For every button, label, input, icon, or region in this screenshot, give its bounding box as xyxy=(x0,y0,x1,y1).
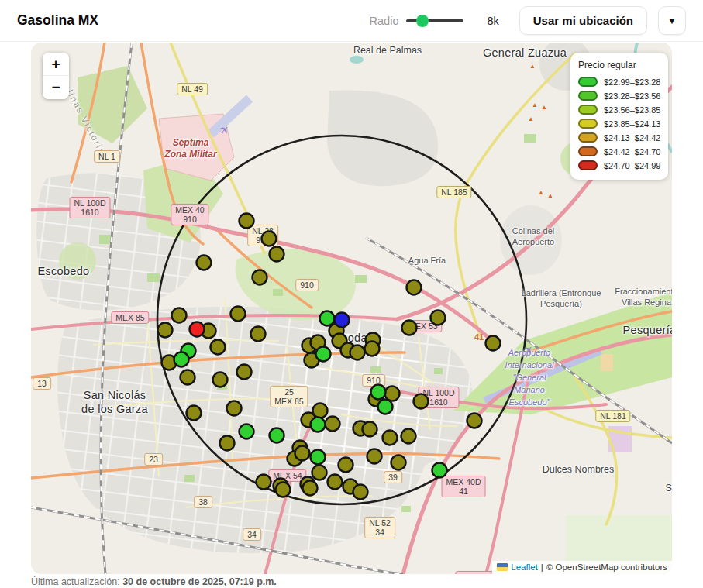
legend-swatch xyxy=(578,105,598,115)
station-marker[interactable] xyxy=(378,400,393,414)
station-marker[interactable] xyxy=(270,247,284,262)
station-marker[interactable] xyxy=(240,425,254,439)
legend-item-label: $23.28–$23.56 xyxy=(604,91,660,101)
legend-item-label: $22.99–$23.28 xyxy=(604,77,660,87)
station-marker[interactable] xyxy=(391,456,406,470)
last-updated-label: Última actualización: xyxy=(31,576,120,587)
station-marker[interactable] xyxy=(231,307,246,322)
station-marker[interactable] xyxy=(414,394,429,409)
station-marker[interactable] xyxy=(251,327,266,342)
zoom-control: + − xyxy=(43,53,69,99)
station-marker[interactable] xyxy=(172,308,187,323)
station-marker[interactable] xyxy=(276,483,291,497)
station-marker[interactable] xyxy=(158,323,173,338)
legend-swatch xyxy=(578,91,598,101)
legend-swatch xyxy=(578,77,598,87)
radius-slider[interactable] xyxy=(406,14,463,28)
station-marker[interactable] xyxy=(320,311,335,326)
dropdown-button[interactable]: ▼ xyxy=(658,6,686,35)
station-marker[interactable] xyxy=(240,214,254,229)
legend-item: $23.56–$23.85 xyxy=(578,105,660,115)
station-marker[interactable] xyxy=(312,466,327,480)
legend-swatch xyxy=(578,119,598,129)
station-marker[interactable] xyxy=(270,428,284,443)
station-marker[interactable] xyxy=(486,336,501,351)
slider-thumb[interactable] xyxy=(416,15,429,27)
legend-item-label: $23.85–$24.13 xyxy=(604,119,660,129)
station-marker[interactable] xyxy=(339,458,353,473)
ukraine-flag-icon xyxy=(497,563,508,571)
station-marker[interactable] xyxy=(213,373,228,387)
station-marker[interactable] xyxy=(365,342,380,356)
user-location-marker[interactable] xyxy=(335,313,350,328)
station-marker[interactable] xyxy=(311,418,326,432)
station-marker[interactable] xyxy=(402,321,417,335)
map-attribution: Leaflet | © OpenStreetMap contributors xyxy=(492,561,672,574)
station-marker[interactable] xyxy=(363,422,377,437)
legend-items: $22.99–$23.28$23.28–$23.56$23.56–$23.85$… xyxy=(578,77,660,170)
station-marker[interactable] xyxy=(303,481,318,496)
gasolina-mx-app: Gasolina MX Radio 8k Usar mi ubicación ▼ xyxy=(0,0,703,588)
station-marker[interactable] xyxy=(353,485,368,500)
station-marker[interactable] xyxy=(311,450,326,465)
station-marker[interactable] xyxy=(181,370,195,385)
station-marker[interactable] xyxy=(174,352,189,367)
legend-swatch xyxy=(578,160,598,170)
station-marker[interactable] xyxy=(313,404,328,418)
app-title: Gasolina MX xyxy=(17,12,98,29)
station-marker[interactable] xyxy=(253,270,267,285)
station-marker[interactable] xyxy=(187,406,202,421)
map-container[interactable]: Real de PalmasGeneral ZuazuaSalinas Vict… xyxy=(31,43,672,574)
station-marker[interactable] xyxy=(326,417,340,432)
station-marker[interactable] xyxy=(237,365,252,380)
station-marker[interactable] xyxy=(257,475,271,490)
station-marker[interactable] xyxy=(367,449,382,464)
header-controls: Radio 8k Usar mi ubicación ▼ xyxy=(370,6,686,35)
zoom-in-button[interactable]: + xyxy=(43,53,69,76)
legend-item: $23.28–$23.56 xyxy=(578,91,660,101)
station-marker[interactable] xyxy=(328,475,343,490)
chevron-down-icon: ▼ xyxy=(667,15,677,26)
legend-swatch xyxy=(578,146,598,156)
slider-track xyxy=(406,19,463,22)
legend-item: $23.85–$24.13 xyxy=(578,119,660,129)
legend-item: $24.13–$24.42 xyxy=(578,132,660,143)
legend-item: $24.70–$24.99 xyxy=(578,160,660,170)
station-marker[interactable] xyxy=(227,401,242,416)
last-updated-value: 30 de octubre de 2025, 07:19 p.m. xyxy=(122,576,277,587)
station-marker[interactable] xyxy=(467,414,482,428)
legend-item-label: $23.56–$23.85 xyxy=(604,105,660,115)
app-header: Gasolina MX Radio 8k Usar mi ubicación ▼ xyxy=(0,0,703,42)
station-marker[interactable] xyxy=(371,385,386,400)
legend-item-label: $24.70–$24.99 xyxy=(604,161,660,170)
osm-attribution: © OpenStreetMap contributors xyxy=(546,562,667,572)
legend-title: Precio regular xyxy=(578,60,660,70)
station-marker[interactable] xyxy=(432,463,447,478)
use-location-button[interactable]: Usar mi ubicación xyxy=(519,6,647,35)
legend-item-label: $24.13–$24.42 xyxy=(604,133,660,143)
station-marker[interactable] xyxy=(350,346,365,360)
radius-value: 8k xyxy=(487,15,498,27)
zoom-out-button[interactable]: − xyxy=(43,76,69,99)
legend-item-label: $24.42–$24.70 xyxy=(604,147,660,156)
legend-swatch xyxy=(578,132,598,143)
station-marker[interactable] xyxy=(295,446,310,461)
station-marker[interactable] xyxy=(190,322,205,337)
attribution-separator: | xyxy=(541,562,543,572)
station-marker[interactable] xyxy=(401,429,416,444)
price-legend: Precio regular $22.99–$23.28$23.28–$23.5… xyxy=(570,53,668,180)
legend-item: $24.42–$24.70 xyxy=(578,146,660,156)
station-marker[interactable] xyxy=(262,232,277,246)
station-marker[interactable] xyxy=(220,436,235,451)
station-marker[interactable] xyxy=(407,280,422,295)
last-updated: Última actualización: 30 de octubre de 2… xyxy=(31,576,277,587)
legend-item: $22.99–$23.28 xyxy=(578,77,660,87)
station-marker[interactable] xyxy=(431,311,446,325)
leaflet-link[interactable]: Leaflet xyxy=(511,562,538,572)
radius-label: Radio xyxy=(370,15,399,27)
station-marker[interactable] xyxy=(383,431,398,445)
station-marker[interactable] xyxy=(197,256,212,270)
station-marker[interactable] xyxy=(211,340,226,355)
station-marker[interactable] xyxy=(316,347,331,362)
